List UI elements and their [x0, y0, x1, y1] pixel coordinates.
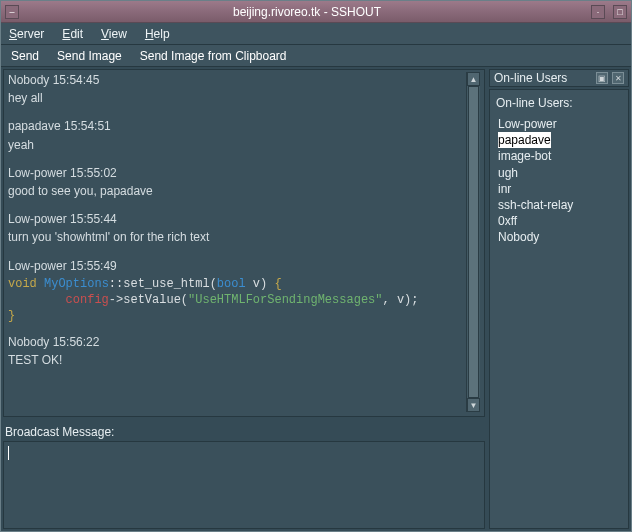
text-cursor	[8, 446, 9, 460]
user-item[interactable]: Low-power	[496, 116, 622, 132]
scroll-up-icon[interactable]: ▲	[467, 72, 480, 86]
menu-help[interactable]: Help	[145, 27, 170, 41]
message-text: turn you 'showhtml' on for the rich text	[8, 229, 466, 245]
user-item[interactable]: 0xff	[496, 213, 622, 229]
send-image-clipboard-button[interactable]: Send Image from Clipboard	[140, 49, 287, 63]
users-panel-title: On-line Users	[494, 71, 567, 85]
message-text: TEST OK!	[8, 352, 466, 368]
message-text: hey all	[8, 90, 466, 106]
toolbar: Send Send Image Send Image from Clipboar…	[1, 45, 631, 67]
titlebar: – beijing.rivoreo.tk - SSHOUT · □	[1, 1, 631, 23]
user-item[interactable]: image-bot	[496, 148, 622, 164]
panel-close-icon[interactable]: ✕	[612, 72, 624, 84]
window-menu-button[interactable]: –	[5, 5, 19, 19]
users-panel-header: On-line Users ▣ ✕	[489, 69, 629, 87]
window-title: beijing.rivoreo.tk - SSHOUT	[23, 5, 591, 19]
menubar: Server Edit View Help	[1, 23, 631, 45]
send-image-button[interactable]: Send Image	[57, 49, 122, 63]
message-meta: Low-power 15:55:49	[8, 258, 466, 274]
users-panel-subtitle: On-line Users:	[496, 96, 622, 110]
menu-view[interactable]: View	[101, 27, 127, 41]
users-panel: On-line Users: Low-power papadave image-…	[489, 89, 629, 529]
message-meta: Nobody 15:56:22	[8, 334, 466, 350]
message-meta: Low-power 15:55:44	[8, 211, 466, 227]
broadcast-input[interactable]	[3, 441, 485, 529]
user-item: papadave	[496, 132, 622, 148]
message-meta: papadave 15:54:51	[8, 118, 466, 134]
panel-undock-icon[interactable]: ▣	[596, 72, 608, 84]
menu-server[interactable]: Server	[9, 27, 44, 41]
user-item[interactable]: inr	[496, 181, 622, 197]
menu-edit[interactable]: Edit	[62, 27, 83, 41]
send-button[interactable]: Send	[11, 49, 39, 63]
message-meta: Low-power 15:55:02	[8, 165, 466, 181]
message-text: good to see you, papadave	[8, 183, 466, 199]
broadcast-label: Broadcast Message:	[3, 421, 485, 441]
message-meta: Nobody 15:54:45	[8, 72, 466, 88]
scroll-down-icon[interactable]: ▼	[467, 398, 480, 412]
code-block: void MyOptions::set_use_html(bool v) { c…	[8, 276, 466, 325]
user-item[interactable]: ugh	[496, 165, 622, 181]
minimize-button[interactable]: ·	[591, 5, 605, 19]
user-item-selected[interactable]: papadave	[498, 132, 551, 148]
user-list: Low-power papadave image-bot ugh inr ssh…	[496, 116, 622, 246]
user-item[interactable]: Nobody	[496, 229, 622, 245]
chat-log: Nobody 15:54:45 hey all papadave 15:54:5…	[3, 69, 485, 417]
scroll-thumb[interactable]	[468, 86, 479, 398]
app-window: – beijing.rivoreo.tk - SSHOUT · □ Server…	[0, 0, 632, 532]
maximize-button[interactable]: □	[613, 5, 627, 19]
chat-scrollbar[interactable]: ▲ ▼	[466, 72, 480, 412]
message-text: yeah	[8, 137, 466, 153]
user-item[interactable]: ssh-chat-relay	[496, 197, 622, 213]
